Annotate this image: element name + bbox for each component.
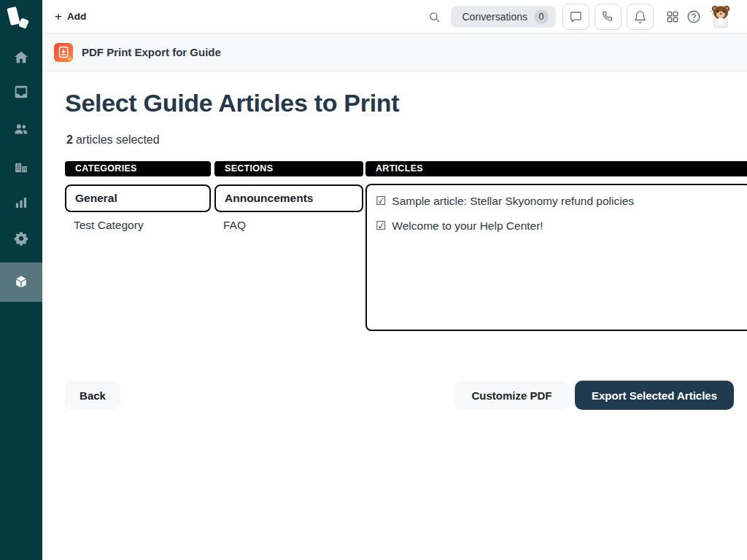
checked-checkbox-icon[interactable]: ☑ <box>376 218 386 233</box>
grid-products-icon <box>665 9 680 24</box>
topbar-right-cluster: Conversations 0 <box>428 0 734 34</box>
add-tab-button[interactable]: + Add <box>55 10 86 23</box>
sidebar-item-customers[interactable] <box>0 112 42 147</box>
articles-column-header: ARTICLES <box>365 161 747 176</box>
app-header: PDF Print Export for Guide <box>42 34 747 71</box>
logo-shape-2 <box>18 18 29 28</box>
articles-list: ☑ Sample article: Stellar Skyonomy refun… <box>365 184 747 331</box>
selected-count-suffix: articles selected <box>76 133 160 146</box>
user-avatar[interactable] <box>708 4 733 30</box>
chat-button[interactable] <box>562 4 589 30</box>
category-item-label: General <box>75 192 117 205</box>
page-title: Select Guide Articles to Print <box>65 89 399 117</box>
conversations-label: Conversations <box>462 11 528 23</box>
sidebar-item-views[interactable] <box>0 74 42 109</box>
checked-checkbox-icon[interactable]: ☑ <box>376 193 386 209</box>
products-tray-button[interactable] <box>665 9 680 24</box>
conversations-button[interactable]: Conversations 0 <box>451 6 557 28</box>
category-item-selected[interactable]: General <box>65 184 211 212</box>
section-item-selected[interactable]: Announcements <box>214 184 363 212</box>
reporting-icon <box>13 195 29 211</box>
export-selected-articles-button[interactable]: Export Selected Articles <box>575 381 734 410</box>
article-row[interactable]: ☑ Sample article: Stellar Skyonomy refun… <box>376 193 741 209</box>
category-item[interactable]: Test Category <box>74 218 144 233</box>
selected-count-number: 2 <box>66 133 73 146</box>
customize-pdf-button[interactable]: Customize PDF <box>454 381 569 410</box>
app-title: PDF Print Export for Guide <box>82 46 221 58</box>
topbar: + Add Conversations 0 <box>42 0 747 34</box>
sections-column-header: SECTIONS <box>214 161 363 176</box>
main-content: Select Guide Articles to Print 2articles… <box>42 71 747 560</box>
home-icon <box>13 50 29 66</box>
logo-shape-1 <box>7 7 20 26</box>
avatar-character-icon <box>708 3 733 31</box>
selected-count-line: 2articles selected <box>66 133 160 147</box>
sidebar-item-home[interactable] <box>0 40 42 75</box>
customers-icon <box>13 121 29 137</box>
zendesk-logo[interactable] <box>0 4 42 34</box>
section-item-label: Announcements <box>225 192 313 205</box>
help-icon <box>686 9 701 24</box>
sidebar-item-reporting[interactable] <box>0 185 42 220</box>
phone-icon <box>601 10 615 24</box>
article-label: Welcome to your Help Center! <box>392 218 543 233</box>
sidebar-item-organizations[interactable] <box>0 149 42 184</box>
add-tab-label: Add <box>67 11 86 22</box>
notifications-button[interactable] <box>627 4 654 30</box>
app-window: + Add Conversations 0 <box>0 0 747 560</box>
settings-gear-icon <box>13 230 29 246</box>
sidebar-item-apps[interactable] <box>0 262 42 302</box>
chat-icon <box>569 10 583 24</box>
search-icon[interactable] <box>428 11 441 23</box>
plus-icon: + <box>55 10 62 23</box>
article-label: Sample article: Stellar Skyonomy refund … <box>392 193 634 209</box>
organizations-icon <box>13 159 29 175</box>
back-button[interactable]: Back <box>65 381 120 410</box>
section-item[interactable]: FAQ <box>223 218 246 233</box>
categories-column-header: CATEGORIES <box>65 161 211 176</box>
phone-button[interactable] <box>595 4 622 30</box>
apps-cube-icon <box>13 274 29 290</box>
sidebar-item-admin[interactable] <box>0 221 42 256</box>
bell-icon <box>633 10 647 24</box>
help-button[interactable] <box>686 9 701 24</box>
views-inbox-icon <box>13 84 29 100</box>
sidebar <box>0 0 42 560</box>
article-row[interactable]: ☑ Welcome to your Help Center! <box>376 218 741 233</box>
pdf-export-app-icon <box>54 43 73 62</box>
conversations-count-badge: 0 <box>534 9 549 24</box>
